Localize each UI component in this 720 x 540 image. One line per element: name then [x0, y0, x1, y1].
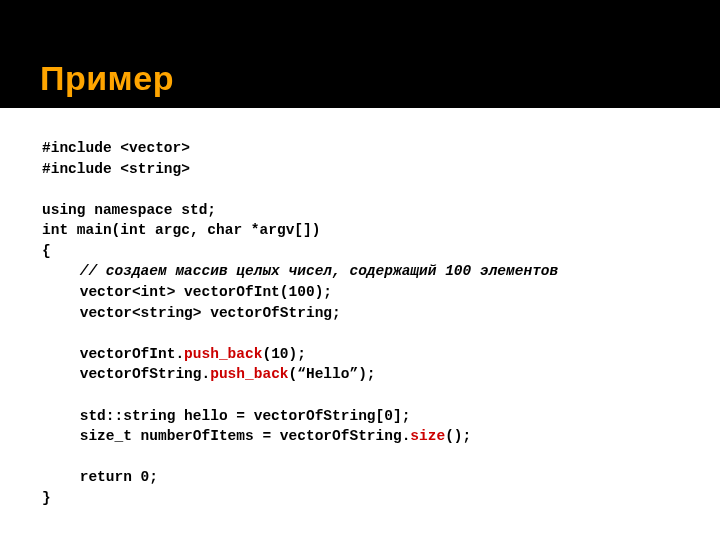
code-line-11a: vectorOfInt. — [80, 346, 184, 362]
code-line-2a: #include — [42, 161, 120, 177]
code-line-15a: size_t numberOfItems = vectorOfString. — [80, 428, 411, 444]
code-line-12a: vectorOfString. — [80, 366, 211, 382]
code-line-8: vector<int> vectorOfInt(100); — [80, 284, 332, 300]
method-size: size — [410, 428, 445, 444]
slide-header: Пример — [0, 0, 720, 108]
code-line-14: std::string hello = vectorOfString[0]; — [80, 408, 411, 424]
code-line-9: vector<string> vectorOfString; — [80, 305, 341, 321]
code-comment: // создаем массив целых чисел, содержащи… — [80, 263, 559, 279]
code-line-17: return 0; — [80, 469, 158, 485]
code-line-5: int main(int argc, char *argv[]) — [42, 222, 320, 238]
code-line-6: { — [42, 243, 51, 259]
method-push-back-1: push_back — [184, 346, 262, 362]
code-line-1a: #include — [42, 140, 120, 156]
code-block: #include <vector> #include <string> usin… — [0, 108, 720, 508]
code-line-15b: (); — [445, 428, 471, 444]
slide-title: Пример — [40, 59, 174, 98]
code-line-2b: <string> — [120, 161, 190, 177]
code-line-1b: <vector> — [120, 140, 190, 156]
code-line-11b: (10); — [262, 346, 306, 362]
method-push-back-2: push_back — [210, 366, 288, 382]
code-line-18: } — [42, 490, 51, 506]
code-line-12b: (“Hello”); — [289, 366, 376, 382]
code-line-4: using namespace std; — [42, 202, 216, 218]
